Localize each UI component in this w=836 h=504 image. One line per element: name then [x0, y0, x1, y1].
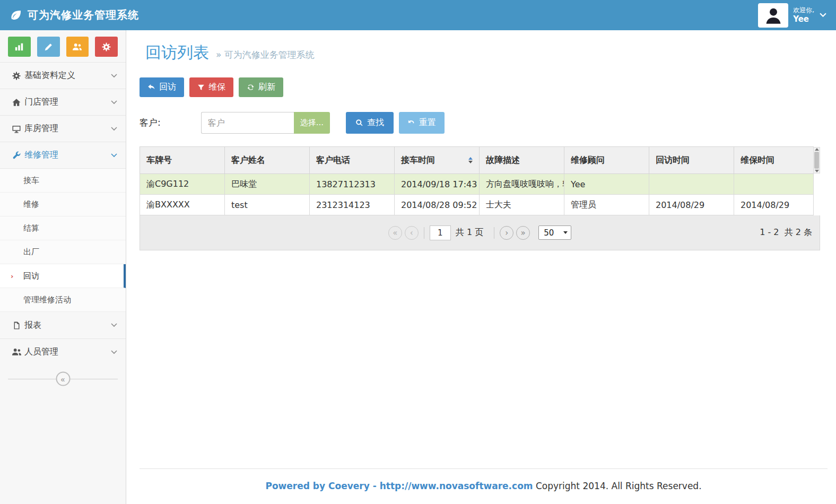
chevron-down-icon — [111, 323, 117, 327]
prev-page-button[interactable]: ‹ — [405, 226, 419, 240]
cell-advisor: Yee — [564, 174, 649, 195]
col-header-receive-time-label: 接车时间 — [401, 155, 435, 166]
chevron-down-icon[interactable] — [820, 13, 826, 18]
col-header-plate[interactable]: 车牌号 — [140, 147, 225, 174]
visit-table: 车牌号 客户姓名 客户电话 接车时间 故 — [140, 146, 814, 215]
sort-icons[interactable] — [468, 157, 473, 163]
quick-settings-button[interactable] — [95, 37, 118, 57]
leaf-logo-icon — [10, 9, 22, 22]
avatar[interactable] — [758, 3, 788, 28]
submenu-item-repair[interactable]: 维修 — [0, 193, 126, 216]
submenu-item-label: 回访 — [23, 271, 39, 281]
customer-select-button[interactable]: 选择... — [294, 112, 330, 134]
refresh-button-label: 刷新 — [258, 82, 275, 93]
submenu-item-follow-up[interactable]: › 回访 — [0, 264, 126, 288]
col-header-advisor[interactable]: 维修顾问 — [564, 147, 649, 174]
customer-input[interactable] — [201, 112, 294, 134]
maintain-button[interactable]: 维保 — [189, 77, 233, 97]
sidebar-item-store-mgmt[interactable]: 门店管理 — [0, 89, 126, 115]
table-area: 车牌号 客户姓名 客户电话 接车时间 故 — [140, 146, 820, 250]
sidebar: 基础资料定义 门店管理 库房管理 — [0, 30, 126, 504]
sidebar-item-repair-mgmt[interactable]: 维修管理 — [0, 142, 126, 168]
submenu-item-manage-repair-activity[interactable]: 管理维修活动 — [0, 288, 126, 312]
cell-advisor: 管理员 — [564, 195, 649, 215]
filter-row: 客户: 选择... 查找 重置 — [140, 112, 836, 134]
scroll-down-icon[interactable] — [815, 170, 819, 172]
divider — [494, 227, 494, 239]
cell-followup-time: 2014/08/29 — [649, 195, 734, 215]
record-range-info: 1 - 2 共 2 条 — [760, 227, 812, 238]
search-button-label: 查找 — [367, 117, 384, 128]
cell-maintain-time — [734, 174, 814, 195]
col-header-fault-desc[interactable]: 故障描述 — [480, 147, 564, 174]
visit-button-label: 回访 — [159, 82, 176, 93]
copyright-text: Copyright 2014. All Rights Reserved. — [533, 481, 702, 491]
reset-button-label: 重置 — [419, 117, 436, 128]
sidebar-collapse-row: « — [0, 365, 126, 393]
scroll-up-icon[interactable] — [815, 148, 819, 151]
col-header-customer-name[interactable]: 客户姓名 — [225, 147, 310, 174]
sidebar-item-base-data[interactable]: 基础资料定义 — [0, 62, 126, 89]
search-button[interactable]: 查找 — [346, 112, 394, 134]
quick-edit-button[interactable] — [37, 37, 60, 57]
bar-chart-icon — [14, 42, 24, 51]
page-size-select[interactable]: 50 — [538, 225, 571, 240]
sidebar-item-label: 基础资料定义 — [24, 70, 111, 81]
col-header-maintain-time[interactable]: 维保时间 — [734, 147, 814, 174]
repair-submenu: 接车 维修 结算 出厂 › 回访 管理维修活动 — [0, 168, 126, 312]
chevron-down-icon — [111, 74, 117, 78]
undo-icon — [407, 119, 415, 127]
cell-plate: 渝BXXXXX — [140, 195, 225, 215]
wrench-icon — [8, 151, 24, 160]
reset-button[interactable]: 重置 — [399, 112, 445, 134]
sort-asc-icon — [468, 157, 473, 160]
submenu-item-leave-factory[interactable]: 出厂 — [0, 240, 126, 264]
users-icon — [72, 42, 82, 52]
pagination-bar: « ‹ 共 1 页 › » 50 1 - 2 共 2 条 — [140, 215, 820, 250]
col-header-customer-phone[interactable]: 客户电话 — [310, 147, 395, 174]
divider — [424, 227, 424, 239]
scrollbar-thumb[interactable] — [814, 152, 819, 169]
cell-customer-name: test — [225, 195, 310, 215]
refresh-button[interactable]: 刷新 — [239, 77, 283, 97]
sidebar-collapse-button[interactable]: « — [56, 372, 70, 386]
sidebar-item-label: 门店管理 — [24, 97, 111, 108]
first-page-button[interactable]: « — [388, 226, 402, 240]
cell-plate: 渝C9G112 — [140, 174, 225, 195]
table-row[interactable]: 渝C9G112 巴味堂 13827112313 2014/09/18 17:43… — [140, 174, 814, 195]
refresh-icon — [247, 83, 255, 91]
welcome-block: 欢迎你, Yee — [793, 6, 814, 24]
chevron-down-icon — [111, 153, 117, 158]
total-pages-label: 共 1 页 — [456, 227, 483, 238]
next-page-button[interactable]: › — [500, 226, 513, 240]
last-page-button[interactable]: » — [516, 226, 530, 240]
submenu-item-label: 结算 — [23, 223, 39, 233]
submenu-item-label: 管理维修活动 — [23, 295, 71, 305]
col-header-receive-time[interactable]: 接车时间 — [395, 147, 480, 174]
submenu-item-settlement[interactable]: 结算 — [0, 216, 126, 240]
cell-customer-name: 巴味堂 — [225, 174, 310, 195]
page-number-input[interactable] — [430, 225, 451, 240]
sidebar-menu: 基础资料定义 门店管理 库房管理 — [0, 62, 126, 168]
sidebar-item-warehouse-mgmt[interactable]: 库房管理 — [0, 115, 126, 142]
search-icon — [355, 119, 363, 127]
chevron-down-icon — [111, 127, 117, 131]
gear-icon — [8, 71, 24, 81]
app-header: 可为汽修业务管理系统 欢迎你, Yee — [0, 0, 836, 30]
toolbar: 回访 维保 刷新 — [140, 77, 836, 97]
table-header-row: 车牌号 客户姓名 客户电话 接车时间 故 — [140, 147, 814, 174]
visit-button[interactable]: 回访 — [140, 77, 184, 97]
submenu-item-receive-car[interactable]: 接车 — [0, 169, 126, 193]
sidebar-item-reports[interactable]: 报表 — [0, 312, 126, 338]
home-icon — [8, 98, 24, 107]
customer-label: 客户: — [140, 117, 161, 129]
col-header-followup-time[interactable]: 回访时间 — [649, 147, 734, 174]
chevron-down-icon — [111, 350, 117, 354]
quick-chart-button[interactable] — [8, 37, 31, 57]
table-row[interactable]: 渝BXXXXX test 2312314123 2014/08/28 09:52… — [140, 195, 814, 215]
quick-users-button[interactable] — [66, 37, 89, 57]
table-vertical-scrollbar[interactable] — [813, 147, 820, 173]
powered-by-link[interactable]: Powered by Coevery - http://www.novasoft… — [265, 481, 533, 491]
sidebar-item-staff-mgmt[interactable]: 人员管理 — [0, 338, 126, 365]
cell-customer-phone: 2312314123 — [310, 195, 395, 215]
